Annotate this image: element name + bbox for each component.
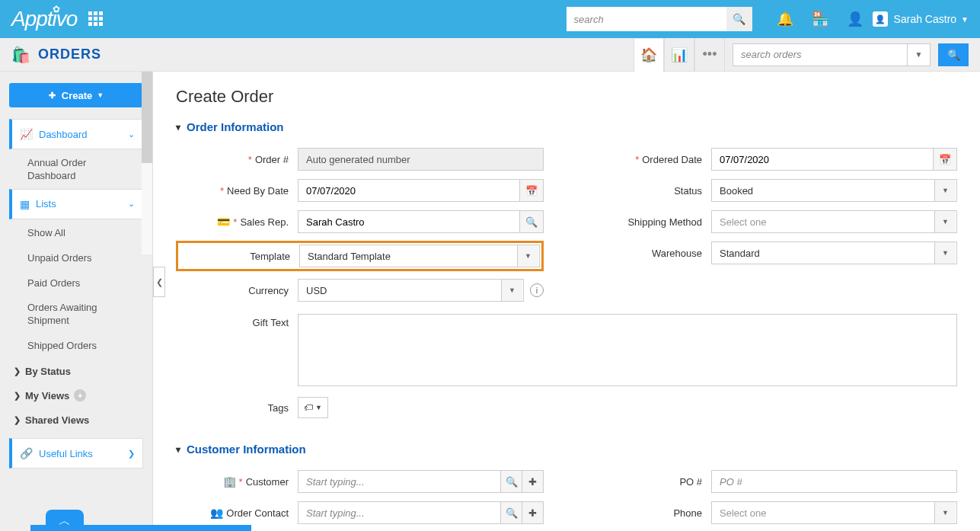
topbar: Apptivo 🔍 🔔 🏪 👤 👤 Sarah Castro ▼ (0, 0, 980, 38)
status-value: Booked (720, 185, 753, 197)
user-menu[interactable]: 👤 Sarah Castro ▼ (873, 11, 969, 27)
sales-rep-search-button[interactable]: 🔍 (520, 210, 544, 233)
tab-home[interactable]: 🏠 (634, 39, 664, 72)
sidebar-item-lists[interactable]: ▦Lists ⌄ (9, 189, 143, 219)
template-highlight: Template Standard Template ▼ (176, 241, 544, 271)
label-po-no: PO # (679, 476, 702, 488)
tab-more[interactable]: ••• (694, 38, 725, 72)
contact-add-button[interactable]: ✚ (522, 501, 544, 524)
app-search-input[interactable] (733, 43, 908, 66)
sidebar-item-label: Useful Links (39, 448, 93, 459)
sidebar-item-dashboard[interactable]: 📈Dashboard ⌄ (9, 119, 143, 149)
chevron-down-icon: ▼ (934, 502, 956, 523)
sidebar-sub-shipped[interactable]: Shipped Orders (9, 334, 143, 359)
shipping-method-value: Select one (720, 216, 766, 228)
order-contact-input[interactable] (298, 501, 501, 524)
order-no-field: Auto generated number (298, 148, 544, 171)
sidebar-head-by-status[interactable]: ❯By Status (9, 359, 143, 383)
app-title: ORDERS (38, 46, 101, 62)
sidebar-sub-unpaid[interactable]: Unpaid Orders (9, 246, 143, 271)
tags-button[interactable]: 🏷▼ (298, 397, 328, 418)
customer-add-button[interactable]: ✚ (522, 470, 544, 493)
search-icon: 🔍 (525, 216, 538, 228)
sales-rep-input[interactable] (298, 210, 520, 233)
global-search: 🔍 (567, 7, 752, 31)
chart-icon: 📊 (671, 46, 688, 63)
global-search-button[interactable]: 🔍 (726, 7, 752, 31)
sidebar-item-label: Dashboard (39, 129, 88, 140)
label-tags: Tags (268, 402, 289, 414)
app-search-dropdown[interactable]: ▼ (908, 43, 931, 66)
calendar-button[interactable]: 📅 (520, 179, 544, 202)
chevron-down-icon: ▼ (501, 280, 522, 301)
label-currency: Currency (248, 285, 289, 296)
search-icon: 🔍 (506, 507, 518, 519)
chevron-right-icon: ❯ (14, 415, 21, 425)
sidebar-head-label: My Views (25, 390, 69, 401)
customer-search-button[interactable]: 🔍 (501, 470, 522, 493)
scroll-top-button[interactable]: ︿ (46, 510, 84, 531)
chevron-right-icon: ❯ (14, 391, 21, 401)
sidebar-scrollbar[interactable] (142, 72, 152, 254)
create-label: Create (62, 90, 92, 101)
brand-logo[interactable]: Apptivo (11, 7, 77, 31)
table-icon: ▦ (20, 198, 30, 210)
phone-select[interactable]: Select one ▼ (711, 501, 957, 524)
app-search: ▼ 🔍 (733, 43, 969, 66)
user-dot-icon[interactable]: 👤 (847, 11, 863, 27)
page-title: Create Order (176, 87, 957, 107)
warehouse-select[interactable]: Standard ▼ (711, 242, 957, 264)
sidebar-sub-paid[interactable]: Paid Orders (9, 271, 143, 296)
sidebar: ✚ Create ▼ 📈Dashboard ⌄ Annual Order Das… (0, 72, 153, 531)
sidebar-item-useful-links[interactable]: 🔗Useful Links ❯ (9, 438, 143, 469)
ordered-date-input[interactable] (711, 148, 934, 171)
chevron-down-icon: ▼ (315, 404, 322, 411)
section-order-info[interactable]: ▾ Order Information (176, 120, 957, 133)
building-icon: 🏢 (223, 475, 236, 488)
po-input[interactable] (711, 470, 957, 493)
sidebar-sub-annual-dashboard[interactable]: Annual Order Dashboard (9, 151, 143, 189)
add-view-icon[interactable]: + (74, 389, 86, 401)
warehouse-value: Standard (720, 248, 760, 259)
section-title: Order Information (187, 120, 284, 133)
currency-select[interactable]: USD ▼ (298, 279, 524, 302)
chevron-down-icon: ⌄ (128, 199, 135, 209)
status-select[interactable]: Booked ▼ (711, 179, 957, 202)
tab-reports[interactable]: 📊 (664, 38, 694, 72)
sidebar-head-my-views[interactable]: ❯My Views+ (9, 383, 143, 408)
orders-app-icon: 🛍️ (11, 46, 30, 64)
contact-search-button[interactable]: 🔍 (501, 501, 522, 524)
need-by-date-input[interactable] (298, 179, 520, 202)
customer-input[interactable] (298, 470, 501, 493)
plus-icon: ✚ (49, 91, 56, 101)
calendar-button[interactable]: 📅 (934, 148, 957, 171)
chevron-left-icon: ❮ (156, 277, 163, 287)
apps-grid-icon[interactable] (88, 11, 104, 27)
bell-icon[interactable]: 🔔 (777, 11, 793, 27)
chevron-down-icon: ▼ (934, 242, 956, 264)
sidebar-collapse-button[interactable]: ❮ (153, 267, 165, 297)
template-select[interactable]: Standard Template ▼ (299, 245, 540, 267)
global-search-input[interactable] (567, 7, 726, 31)
app-search-button[interactable]: 🔍 (938, 43, 969, 66)
chevron-down-icon: ▼ (934, 211, 956, 232)
dots-icon: ••• (703, 46, 717, 62)
sidebar-sub-awaiting[interactable]: Orders Awaiting Shipment (9, 296, 143, 334)
chevron-down-icon: ▼ (97, 91, 104, 99)
label-order-contact: Order Contact (226, 507, 289, 519)
appbar: 🛍️ ORDERS 🏠 📊 ••• ▼ 🔍 (0, 38, 980, 72)
info-icon[interactable]: i (530, 283, 544, 297)
section-customer-info[interactable]: ▾ Customer Information (176, 443, 957, 456)
label-ordered-date: Ordered Date (642, 154, 702, 165)
sidebar-sub-show-all[interactable]: Show All (9, 221, 143, 246)
gift-text-input[interactable] (298, 314, 957, 386)
chevron-down-icon: ⌄ (128, 130, 135, 139)
store-icon[interactable]: 🏪 (812, 11, 828, 27)
user-name: Sarah Castro (894, 13, 956, 25)
shipping-method-select[interactable]: Select one ▼ (711, 210, 957, 233)
sidebar-head-label: By Status (25, 366, 71, 377)
label-shipping-method: Shipping Method (627, 216, 702, 228)
sidebar-head-shared-views[interactable]: ❯Shared Views (9, 408, 143, 432)
phone-value: Select one (720, 507, 766, 519)
create-button[interactable]: ✚ Create ▼ (9, 83, 143, 107)
